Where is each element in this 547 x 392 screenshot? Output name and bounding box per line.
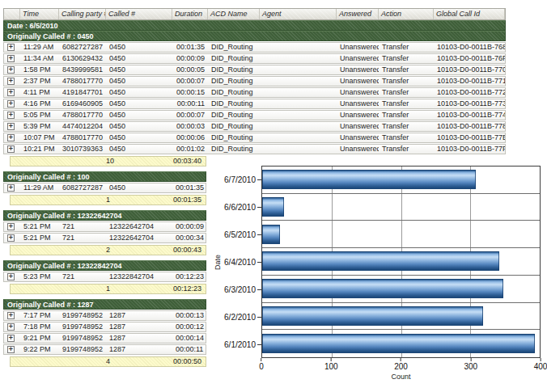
table-row: +9:22 PM9199748952128700:00:11 (3, 344, 206, 355)
cell-action: Transfer (379, 65, 434, 74)
table-row: +10:07 PM4788017770045000:00:06DID_Routi… (3, 133, 506, 143)
expand-icon[interactable]: + (7, 89, 15, 96)
cell-called: 12322842704 (106, 272, 172, 281)
cell-calling: 6082727287 (59, 43, 106, 52)
table-row: +10:21 PM3010739363045000:01:02DID_Routi… (3, 144, 506, 154)
expand-icon[interactable]: + (7, 323, 15, 331)
expand-cell: + (4, 345, 20, 354)
cell-action: Transfer (379, 43, 434, 52)
summary-count: 1 (106, 196, 110, 204)
cell-calling: 3010739363 (59, 145, 106, 154)
expand-cell: + (4, 222, 20, 231)
expand-icon[interactable]: + (7, 44, 15, 51)
chart-plot-area (261, 166, 541, 358)
expand-icon[interactable]: + (7, 123, 15, 130)
cell-global_id: 10103-D0-0011B-771 (434, 77, 505, 86)
expand-cell: + (4, 145, 20, 154)
expand-icon[interactable]: + (7, 134, 15, 141)
expand-icon[interactable]: + (7, 145, 15, 153)
cell-called: 1287 (106, 345, 172, 354)
y-tick-label: 6/2/2010 (223, 303, 261, 331)
table-row: +5:21 PM7211232264270400:00:34 (3, 233, 206, 243)
expand-icon[interactable]: + (7, 312, 15, 319)
cell-acd: DID_Routing (208, 99, 260, 108)
expand-icon[interactable]: + (7, 112, 15, 119)
expand-icon[interactable]: + (7, 346, 15, 353)
table-row: +7:18 PM9199748952128700:00:12 (3, 322, 206, 332)
expand-icon[interactable]: + (7, 234, 15, 242)
cell-called: 0450 (106, 122, 172, 131)
cell-calling: 6082727287 (59, 183, 106, 192)
column-header-agent: Agent (260, 9, 337, 19)
cell-called: 0450 (106, 111, 172, 120)
cell-duration: 00:00:12 (172, 322, 206, 331)
cell-action: Transfer (379, 77, 434, 86)
column-header-expand (4, 9, 20, 19)
cell-time: 2:37 PM (20, 77, 59, 86)
column-header-duration: Duration (172, 9, 208, 19)
table-row: +9:21 PM9199748952128700:00:14 (3, 333, 206, 344)
x-tick-label: 100 (324, 358, 338, 371)
y-tick-label: 6/4/2010 (223, 248, 261, 276)
cell-duration: 00:00:15 (172, 88, 208, 97)
cell-time: 11:29 AM (20, 183, 59, 192)
cell-time: 7:17 PM (20, 311, 59, 320)
y-axis-title: Date (212, 166, 223, 358)
chart-bar (262, 225, 280, 244)
expand-cell: + (4, 133, 20, 142)
expand-cell: + (4, 54, 20, 63)
summary-count: 1 (106, 285, 110, 293)
summary-count: 10 (106, 157, 114, 166)
cell-called: 0450 (106, 88, 172, 97)
expand-icon[interactable]: + (7, 100, 15, 107)
date-group-bar: Date : 6/5/2010 (3, 20, 506, 31)
group-section: Originally Called # : 0450+11:29 AM60827… (3, 31, 506, 166)
group-header-bar: Originally Called # : 12322642704 (3, 210, 206, 221)
y-tick-label: 6/6/2010 (223, 193, 261, 221)
expand-icon[interactable]: + (7, 335, 15, 342)
x-axis-tick-labels: 0100200300400 (261, 358, 541, 373)
expand-icon[interactable]: + (7, 78, 15, 85)
expand-icon[interactable]: + (7, 66, 15, 74)
cell-agent (260, 65, 337, 74)
y-tick-label: 6/7/2010 (223, 166, 261, 193)
cell-answered: Unanswered (337, 77, 379, 86)
cell-global_id: 10103-D0-0011B-774 (434, 111, 505, 120)
table-row: +1:58 PM8439999581045000:00:05DID_Routin… (3, 65, 506, 75)
expand-icon[interactable]: + (7, 55, 15, 62)
cell-global_id: 10103-D0-0011B-768 (434, 43, 505, 52)
cell-global_id: 10103-D0-0011B-76F (434, 54, 505, 63)
cell-agent (260, 99, 337, 108)
cell-duration: 00:00:09 (172, 222, 206, 231)
cell-time: 7:18 PM (20, 322, 59, 331)
column-header-called-: Called # (106, 9, 172, 19)
cell-answered: Unanswered (337, 54, 379, 63)
cell-called: 12322642704 (106, 234, 172, 242)
y-axis-tick-labels: 6/7/20106/6/20106/5/20106/4/20106/3/2010… (223, 166, 261, 358)
group-section: Originally Called # : 100+11:29 AM608272… (3, 171, 206, 205)
chart-band (262, 330, 540, 357)
cell-calling: 9199748952 (59, 322, 106, 331)
cell-duration: 00:00:07 (172, 77, 208, 86)
expand-cell: + (4, 334, 20, 343)
chart-band (262, 194, 540, 221)
expand-icon[interactable]: + (7, 273, 15, 280)
expand-icon[interactable]: + (7, 184, 15, 192)
expand-icon[interactable]: + (7, 223, 15, 230)
table-row: +5:21 PM7211232264270400:00:09 (3, 221, 206, 232)
summary-count: 2 (106, 246, 110, 255)
cell-duration: 00:00:05 (172, 65, 208, 74)
table-header-row: TimeCalling party #Called #DurationACD N… (3, 8, 506, 20)
cell-duration: 00:01:02 (172, 145, 208, 154)
x-tick-label: 400 (534, 358, 547, 371)
cell-acd: DID_Routing (208, 65, 260, 74)
cell-called: 1287 (106, 334, 172, 343)
cell-agent (260, 133, 337, 142)
summary-duration: 00:00:43 (173, 246, 201, 255)
table-row: +11:29 AM6082727287045000:01:35 (3, 183, 206, 193)
chart-band (262, 166, 540, 194)
cell-acd: DID_Routing (208, 145, 260, 154)
table-row: +4:16 PM6169460905045000:00:11DID_Routin… (3, 99, 506, 109)
group-header-bar: Originally Called # : 100 (3, 171, 206, 182)
group-header-bar: Originally Called # : 0450 (3, 31, 506, 41)
